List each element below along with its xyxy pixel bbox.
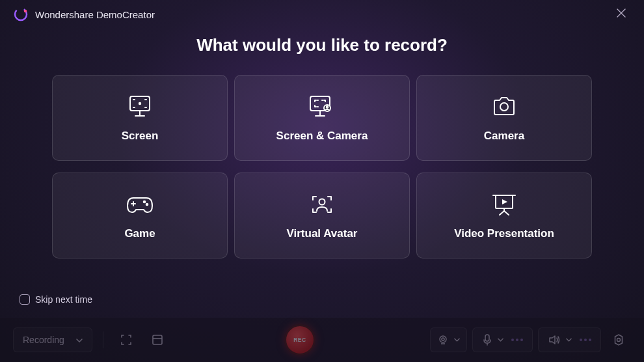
- card-label: Screen & Camera: [276, 130, 368, 143]
- svg-point-0: [14, 7, 28, 21]
- record-options-grid: Screen Screen & Camera Camera: [0, 75, 644, 258]
- capture-area-button[interactable]: [114, 327, 139, 352]
- speaker-dropdown[interactable]: [538, 327, 601, 352]
- camera-icon: [488, 93, 520, 120]
- svg-line-26: [500, 211, 504, 215]
- bottom-toolbar: Recording REC: [0, 318, 644, 362]
- skip-label[interactable]: Skip next time: [35, 294, 92, 305]
- card-label: Video Presentation: [454, 227, 554, 240]
- close-icon[interactable]: [611, 6, 631, 23]
- card-camera[interactable]: Camera: [416, 75, 592, 161]
- window-button[interactable]: [145, 327, 170, 352]
- svg-point-20: [144, 201, 146, 203]
- speaker-level-dots: [580, 339, 591, 341]
- card-label: Game: [124, 227, 155, 240]
- virtual-avatar-icon: [306, 191, 338, 218]
- page-heading: What would you like to record?: [0, 35, 644, 55]
- card-screen-camera[interactable]: Screen & Camera: [234, 75, 410, 161]
- screen-icon: [124, 93, 156, 120]
- game-icon: [123, 191, 157, 218]
- svg-marker-34: [615, 335, 623, 345]
- card-label: Screen: [122, 130, 159, 143]
- title-bar: Wondershare DemoCreator: [0, 0, 644, 29]
- app-logo-icon: [13, 7, 29, 22]
- screen-camera-icon: [304, 93, 340, 120]
- video-presentation-icon: [488, 191, 520, 218]
- rec-label: REC: [293, 337, 306, 343]
- svg-point-1: [24, 10, 27, 12]
- svg-point-30: [440, 336, 446, 342]
- skip-row: Skip next time: [20, 294, 92, 305]
- card-virtual-avatar[interactable]: Virtual Avatar: [234, 173, 410, 258]
- card-video-presentation[interactable]: Video Presentation: [416, 173, 592, 258]
- svg-rect-32: [485, 335, 489, 341]
- skip-checkbox[interactable]: [20, 294, 30, 305]
- svg-point-35: [617, 339, 621, 342]
- card-label: Camera: [484, 130, 524, 143]
- svg-rect-28: [153, 335, 162, 344]
- chevron-down-icon: [76, 337, 83, 344]
- brand: Wondershare DemoCreator: [13, 7, 155, 22]
- svg-point-17: [500, 103, 508, 111]
- card-screen[interactable]: Screen: [52, 75, 228, 161]
- settings-button[interactable]: [606, 327, 631, 352]
- mode-dropdown[interactable]: Recording: [13, 327, 92, 352]
- record-button[interactable]: REC: [284, 324, 315, 355]
- microphone-dropdown[interactable]: [472, 327, 533, 352]
- svg-line-27: [504, 211, 509, 215]
- mic-level-dots: [511, 339, 523, 341]
- svg-point-22: [319, 199, 325, 205]
- webcam-dropdown[interactable]: [430, 327, 467, 352]
- svg-point-21: [146, 204, 148, 206]
- card-game[interactable]: Game: [52, 173, 228, 258]
- app-title: Wondershare DemoCreator: [35, 9, 155, 20]
- divider: [103, 331, 103, 348]
- mode-label: Recording: [23, 335, 64, 345]
- card-label: Virtual Avatar: [287, 227, 358, 240]
- svg-point-31: [442, 338, 444, 341]
- svg-point-11: [139, 103, 141, 104]
